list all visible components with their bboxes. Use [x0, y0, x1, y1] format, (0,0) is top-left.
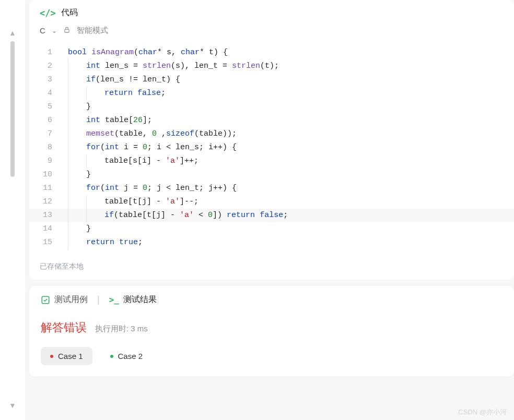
- code-line[interactable]: 5}: [29, 100, 514, 114]
- code-content: return true;: [59, 236, 514, 249]
- code-line[interactable]: 14}: [29, 222, 514, 236]
- code-line[interactable]: 4return false;: [29, 87, 514, 100]
- scroll-gutter: ▲ ▼: [0, 0, 25, 420]
- result-summary: 解答错误 执行用时: 3 ms: [41, 320, 503, 335]
- code-icon: </>: [40, 8, 56, 18]
- case-list: Case 1Case 2: [41, 347, 503, 365]
- tab-test-results-label: 测试结果: [123, 294, 157, 305]
- code-content: for(int j = 0; j < len_t; j++) {: [59, 182, 514, 195]
- scrollbar-track[interactable]: [10, 41, 15, 397]
- line-number: 12: [29, 195, 59, 209]
- line-number: 2: [29, 59, 59, 73]
- terminal-icon: >_: [109, 295, 119, 305]
- language-row: C ⌄ 智能模式: [29, 22, 514, 42]
- code-content: }: [59, 168, 514, 182]
- code-panel-header: </> 代码: [29, 0, 514, 22]
- code-content: int table[26];: [59, 114, 514, 127]
- scrollbar-thumb[interactable]: [10, 41, 15, 177]
- scroll-up-arrow[interactable]: ▲: [9, 29, 16, 37]
- pass-dot-icon: [110, 355, 113, 358]
- results-panel: 测试用例 | >_ 测试结果 解答错误 执行用时: 3 ms Case 1Cas…: [29, 286, 514, 377]
- scroll-down-arrow[interactable]: ▼: [9, 401, 16, 410]
- code-line[interactable]: 1bool isAnagram(char* s, char* t) {: [29, 46, 514, 59]
- error-label: 解答错误: [41, 320, 87, 335]
- code-content: }: [59, 222, 514, 236]
- code-line[interactable]: 12table[t[j] - 'a']--;: [29, 195, 514, 209]
- line-number: 5: [29, 100, 59, 114]
- code-content: memset(table, 0 ,sizeof(table));: [59, 127, 514, 141]
- code-line[interactable]: 2int len_s = strlen(s), len_t = strlen(t…: [29, 59, 514, 73]
- code-content: }: [59, 100, 514, 114]
- code-line[interactable]: 11for(int j = 0; j < len_t; j++) {: [29, 182, 514, 195]
- code-panel: </> 代码 C ⌄ 智能模式 1bool isAnagram(char* s,…: [29, 0, 514, 280]
- code-line[interactable]: 7memset(table, 0 ,sizeof(table));: [29, 127, 514, 141]
- chevron-down-icon[interactable]: ⌄: [52, 27, 57, 34]
- tab-test-cases[interactable]: 测试用例: [41, 294, 88, 305]
- code-content: table[t[j] - 'a']--;: [59, 195, 514, 209]
- line-number: 11: [29, 182, 59, 195]
- watermark: CSDN @亦小河: [458, 407, 507, 417]
- code-content: if(table[t[j] - 'a' < 0]) return false;: [59, 209, 514, 222]
- line-number: 3: [29, 73, 59, 87]
- code-line[interactable]: 15return true;: [29, 236, 514, 249]
- line-number: 1: [29, 46, 59, 59]
- line-number: 10: [29, 168, 59, 182]
- language-selector[interactable]: C: [40, 26, 45, 35]
- line-number: 9: [29, 154, 59, 168]
- line-number: 13: [29, 209, 59, 222]
- saved-indicator: 已存储至本地: [29, 255, 514, 280]
- results-tabs: 测试用例 | >_ 测试结果: [41, 294, 503, 305]
- case-pill[interactable]: Case 2: [101, 347, 153, 365]
- line-number: 7: [29, 127, 59, 141]
- line-number: 15: [29, 236, 59, 249]
- runtime-label: 执行用时: 3 ms: [95, 324, 148, 334]
- lock-icon: [63, 26, 71, 35]
- code-content: table[s[i] - 'a']++;: [59, 154, 514, 168]
- code-content: int len_s = strlen(s), len_t = strlen(t)…: [59, 59, 514, 73]
- svg-rect-1: [42, 296, 49, 304]
- tab-test-results[interactable]: >_ 测试结果: [109, 294, 157, 305]
- line-number: 6: [29, 114, 59, 127]
- code-line[interactable]: 3if(len_s != len_t) {: [29, 73, 514, 87]
- code-editor[interactable]: 1bool isAnagram(char* s, char* t) {2int …: [29, 42, 514, 255]
- line-number: 4: [29, 87, 59, 100]
- case-label: Case 1: [58, 352, 83, 361]
- code-line[interactable]: 9table[s[i] - 'a']++;: [29, 154, 514, 168]
- code-panel-title: 代码: [61, 7, 78, 18]
- case-label: Case 2: [118, 352, 143, 361]
- svg-rect-0: [65, 29, 69, 32]
- tab-test-cases-label: 测试用例: [54, 294, 88, 305]
- line-number: 14: [29, 222, 59, 236]
- check-square-icon: [41, 295, 50, 305]
- code-content: for(int i = 0; i < len_s; i++) {: [59, 141, 514, 154]
- fail-dot-icon: [50, 355, 53, 358]
- line-number: 8: [29, 141, 59, 154]
- code-content: return false;: [59, 87, 514, 100]
- code-line[interactable]: 10}: [29, 168, 514, 182]
- code-content: if(len_s != len_t) {: [59, 73, 514, 87]
- mode-label: 智能模式: [77, 26, 108, 35]
- case-pill[interactable]: Case 1: [41, 347, 92, 365]
- code-line[interactable]: 8for(int i = 0; i < len_s; i++) {: [29, 141, 514, 154]
- code-line[interactable]: 6int table[26];: [29, 114, 514, 127]
- code-content: bool isAnagram(char* s, char* t) {: [59, 46, 514, 59]
- code-line[interactable]: 13if(table[t[j] - 'a' < 0]) return false…: [29, 209, 514, 222]
- tab-separator: |: [97, 294, 100, 305]
